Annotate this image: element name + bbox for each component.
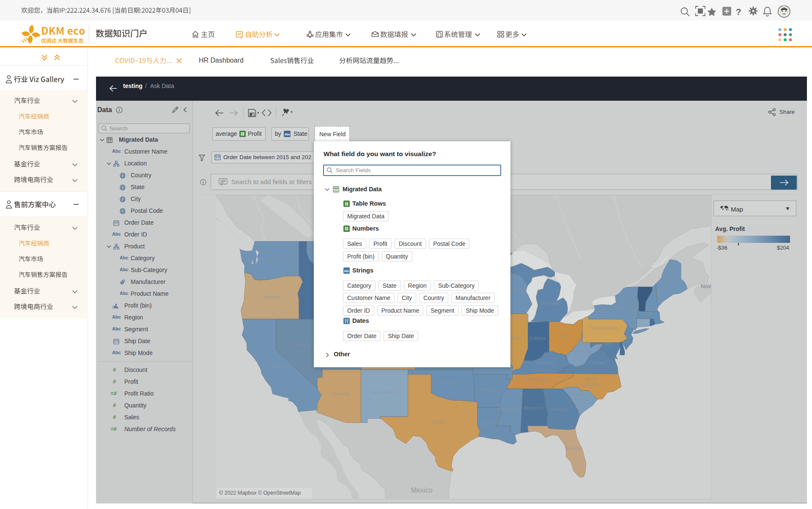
svg-text:Ohio: Ohio	[560, 333, 570, 338]
svg-text:MA: MA	[645, 311, 653, 316]
svg-text:California: California	[269, 363, 290, 369]
svg-text:Maine: Maine	[663, 279, 676, 284]
svg-text:Nova Scotia: Nova Scotia	[701, 283, 711, 289]
svg-text:Virginia: Virginia	[573, 349, 590, 354]
svg-text:Alabama: Alabama	[524, 405, 543, 410]
svg-text:West: West	[576, 344, 587, 349]
svg-text:Carolina: Carolina	[571, 396, 589, 402]
svg-text:Abc: Abc	[285, 133, 290, 136]
svg-text:Arizona: Arizona	[333, 391, 350, 396]
svg-text:Arkansas: Arkansas	[480, 387, 500, 392]
svg-text:Texas: Texas	[431, 419, 443, 424]
svg-text:Tennessee: Tennessee	[525, 377, 549, 382]
svg-text:Georgia: Georgia	[551, 407, 569, 412]
svg-text:Washington: Washington	[259, 256, 285, 261]
svg-text:Florida: Florida	[566, 446, 581, 451]
svg-text:Kentucky: Kentucky	[535, 360, 555, 365]
svg-text:South: South	[573, 391, 586, 396]
svg-text:Indiana: Indiana	[529, 336, 546, 341]
svg-text:MD: MD	[604, 341, 612, 347]
svg-text:Oklahoma: Oklahoma	[440, 379, 462, 384]
svg-text:Mississippi: Mississippi	[498, 406, 521, 411]
svg-text:Pennsylvania: Pennsylvania	[589, 325, 618, 330]
svg-text:Carolina: Carolina	[582, 382, 601, 387]
svg-text:New Mexico: New Mexico	[371, 390, 398, 395]
svg-text:Michigan: Michigan	[540, 300, 560, 305]
svg-text:New York: New York	[614, 305, 634, 310]
svg-text:Oregon: Oregon	[264, 294, 280, 300]
svg-text:North: North	[585, 377, 597, 382]
svg-text:Nevada: Nevada	[294, 342, 310, 347]
svg-text:NJ: NJ	[625, 334, 631, 339]
svg-text:Mexico: Mexico	[411, 487, 433, 494]
svg-text:Virginia: Virginia	[588, 360, 604, 365]
svg-text:Abc: Abc	[344, 270, 350, 272]
svg-text:Louisiana: Louisiana	[480, 421, 501, 426]
svg-text:?: ?	[736, 7, 741, 17]
